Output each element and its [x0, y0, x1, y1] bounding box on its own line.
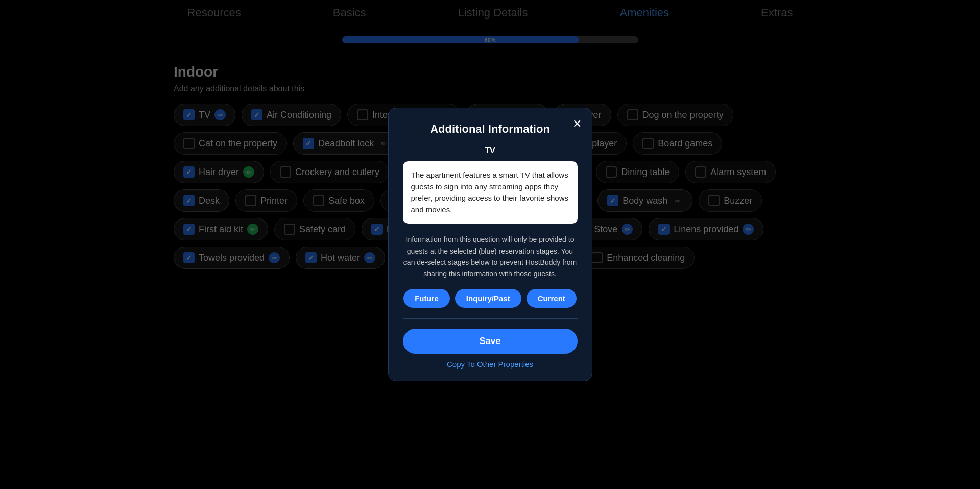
modal-amenity-name: TV — [403, 146, 578, 155]
modal-close-button[interactable]: ✕ — [572, 117, 582, 131]
modal-stage-buttons: Future Inquiry/Past Current — [403, 289, 578, 308]
stage-current-button[interactable]: Current — [527, 289, 577, 308]
modal-title: Additional Information — [403, 123, 578, 136]
modal-info-text: Information from this question will only… — [403, 234, 578, 280]
modal: Additional Information ✕ TV The apartmen… — [388, 108, 592, 381]
modal-text-box: The apartment features a smart TV that a… — [403, 161, 578, 224]
modal-save-button[interactable]: Save — [403, 329, 578, 354]
stage-future-button[interactable]: Future — [403, 289, 450, 308]
modal-overlay[interactable]: Additional Information ✕ TV The apartmen… — [0, 0, 980, 489]
modal-copy-button[interactable]: Copy To Other Properties — [403, 360, 578, 369]
modal-divider — [403, 318, 578, 319]
stage-inquiry-button[interactable]: Inquiry/Past — [455, 289, 521, 308]
